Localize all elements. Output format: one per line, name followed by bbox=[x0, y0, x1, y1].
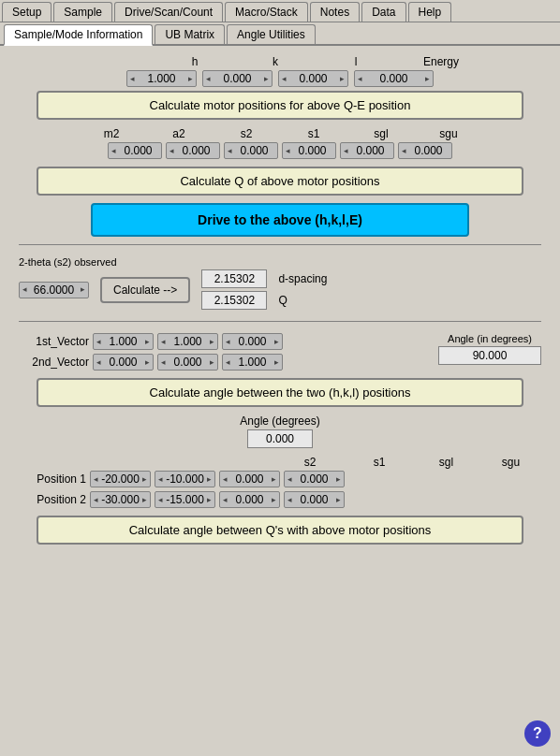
v1h-input[interactable] bbox=[102, 335, 144, 348]
m2-down-arrow[interactable]: ◂ bbox=[111, 147, 117, 155]
v2l-input[interactable] bbox=[231, 356, 273, 369]
p2sgu-spinfield[interactable]: ◂ ▸ bbox=[284, 491, 345, 508]
a2-spinfield[interactable]: ◂ bbox=[166, 142, 220, 159]
p1s1-spinfield[interactable]: ◂ ▸ bbox=[155, 471, 215, 487]
menu-macro-stack[interactable]: Macro/Stack bbox=[225, 2, 308, 22]
l-down-arrow[interactable]: ◂ bbox=[281, 75, 287, 83]
calc-angle-button[interactable]: Calculate angle between the two (h,k,l) … bbox=[37, 378, 523, 407]
p1sgu-input[interactable] bbox=[293, 472, 335, 486]
p1sgl-input[interactable] bbox=[228, 472, 271, 486]
calculate-arrow-button[interactable]: Calculate --> bbox=[100, 277, 190, 303]
p1s2-up-arrow[interactable]: ▸ bbox=[141, 475, 148, 484]
p1s2-down-arrow[interactable]: ◂ bbox=[93, 475, 99, 484]
p2sgu-input[interactable] bbox=[293, 493, 335, 506]
h-up-arrow[interactable]: ▸ bbox=[187, 75, 194, 83]
menu-help[interactable]: Help bbox=[408, 2, 452, 22]
p1sgl-spinfield[interactable]: ◂ ▸ bbox=[219, 471, 280, 487]
two-theta-input[interactable] bbox=[28, 284, 80, 297]
p2sgu-down-arrow[interactable]: ◂ bbox=[287, 496, 293, 504]
v2h-up-arrow[interactable]: ▸ bbox=[144, 358, 151, 367]
v2k-input[interactable] bbox=[167, 356, 209, 369]
l-up-arrow[interactable]: ▸ bbox=[339, 75, 346, 83]
p2s2-input[interactable] bbox=[99, 493, 141, 506]
l-spinfield[interactable]: ◂ ▸ bbox=[278, 70, 348, 87]
calc-angle-q-button[interactable]: Calculate angle between Q's with above m… bbox=[37, 516, 523, 545]
menu-drive-scan-count[interactable]: Drive/Scan/Count bbox=[114, 2, 223, 22]
p2s1-spinfield[interactable]: ◂ ▸ bbox=[155, 491, 215, 508]
h-input[interactable] bbox=[136, 72, 187, 85]
p1s1-input[interactable] bbox=[164, 472, 206, 486]
p2s1-down-arrow[interactable]: ◂ bbox=[157, 496, 164, 504]
v1h-spinfield[interactable]: ◂ ▸ bbox=[93, 333, 154, 350]
s1-spinfield[interactable]: ◂ bbox=[282, 142, 336, 159]
p2s1-input[interactable] bbox=[164, 493, 206, 506]
v2l-up-arrow[interactable]: ▸ bbox=[273, 358, 280, 367]
p1s2-input[interactable] bbox=[99, 472, 141, 486]
h-down-arrow[interactable]: ◂ bbox=[129, 75, 136, 83]
v2h-spinfield[interactable]: ◂ ▸ bbox=[93, 354, 154, 371]
sgl-down-arrow[interactable]: ◂ bbox=[343, 147, 349, 155]
energy-input[interactable] bbox=[363, 72, 424, 85]
p1sgu-up-arrow[interactable]: ▸ bbox=[335, 475, 342, 484]
p2s2-spinfield[interactable]: ◂ ▸ bbox=[90, 491, 151, 508]
menu-notes[interactable]: Notes bbox=[310, 2, 360, 22]
two-theta-down-arrow[interactable]: ◂ bbox=[22, 285, 28, 294]
p1sgl-down-arrow[interactable]: ◂ bbox=[222, 475, 228, 484]
drive-button[interactable]: Drive to the above (h,k,l,E) bbox=[91, 203, 470, 237]
v1k-input[interactable] bbox=[167, 335, 209, 348]
v1h-down-arrow[interactable]: ◂ bbox=[96, 338, 102, 346]
p1sgl-up-arrow[interactable]: ▸ bbox=[271, 475, 277, 484]
energy-down-arrow[interactable]: ◂ bbox=[357, 75, 363, 83]
calc-q-button[interactable]: Calculate Q of above motor positions bbox=[37, 167, 523, 196]
v2k-spinfield[interactable]: ◂ ▸ bbox=[157, 354, 218, 371]
menu-sample[interactable]: Sample bbox=[53, 2, 112, 22]
s1-down-arrow[interactable]: ◂ bbox=[285, 147, 291, 155]
v1l-down-arrow[interactable]: ◂ bbox=[225, 338, 231, 346]
p2sgl-spinfield[interactable]: ◂ ▸ bbox=[219, 491, 280, 508]
two-theta-spinfield[interactable]: ◂ ▸ bbox=[19, 282, 89, 298]
sgu-input[interactable] bbox=[407, 144, 449, 157]
v2l-down-arrow[interactable]: ◂ bbox=[225, 358, 231, 367]
v2h-down-arrow[interactable]: ◂ bbox=[96, 358, 102, 367]
v2k-down-arrow[interactable]: ◂ bbox=[160, 358, 167, 367]
p2sgl-input[interactable] bbox=[228, 493, 271, 506]
v1k-spinfield[interactable]: ◂ ▸ bbox=[157, 333, 218, 350]
v1k-up-arrow[interactable]: ▸ bbox=[209, 338, 215, 346]
p2s2-down-arrow[interactable]: ◂ bbox=[93, 496, 99, 504]
menu-setup[interactable]: Setup bbox=[2, 2, 52, 22]
p1s1-down-arrow[interactable]: ◂ bbox=[157, 475, 164, 484]
sgu-down-arrow[interactable]: ◂ bbox=[401, 147, 407, 155]
m2-input[interactable] bbox=[117, 144, 159, 157]
s2-spinfield[interactable]: ◂ bbox=[224, 142, 278, 159]
energy-up-arrow[interactable]: ▸ bbox=[424, 75, 431, 83]
p2sgl-up-arrow[interactable]: ▸ bbox=[271, 496, 277, 504]
h-spinfield[interactable]: ◂ ▸ bbox=[126, 70, 197, 87]
p1sgu-spinfield[interactable]: ◂ ▸ bbox=[284, 471, 345, 487]
tab-sample-mode[interactable]: Sample/Mode Information bbox=[4, 24, 153, 46]
v1k-down-arrow[interactable]: ◂ bbox=[160, 338, 167, 346]
sgl-spinfield[interactable]: ◂ bbox=[340, 142, 394, 159]
v2k-up-arrow[interactable]: ▸ bbox=[209, 358, 215, 367]
v1h-up-arrow[interactable]: ▸ bbox=[144, 338, 151, 346]
energy-spinfield[interactable]: ◂ ▸ bbox=[354, 70, 434, 87]
tab-angle-utilities[interactable]: Angle Utilities bbox=[227, 24, 316, 44]
two-theta-up-arrow[interactable]: ▸ bbox=[80, 285, 86, 294]
k-spinfield[interactable]: ◂ ▸ bbox=[202, 70, 273, 87]
l-input[interactable] bbox=[287, 72, 339, 85]
p2s2-up-arrow[interactable]: ▸ bbox=[141, 496, 148, 504]
v2l-spinfield[interactable]: ◂ ▸ bbox=[222, 354, 283, 371]
s1-input[interactable] bbox=[291, 144, 333, 157]
v2h-input[interactable] bbox=[102, 356, 144, 369]
p1s1-up-arrow[interactable]: ▸ bbox=[206, 475, 213, 484]
v1l-up-arrow[interactable]: ▸ bbox=[273, 338, 280, 346]
p2s1-up-arrow[interactable]: ▸ bbox=[206, 496, 213, 504]
sgl-input[interactable] bbox=[349, 144, 391, 157]
v1l-spinfield[interactable]: ◂ ▸ bbox=[222, 333, 283, 350]
a2-down-arrow[interactable]: ◂ bbox=[169, 147, 175, 155]
p2sgl-down-arrow[interactable]: ◂ bbox=[222, 496, 228, 504]
s2-input[interactable] bbox=[233, 144, 275, 157]
k-up-arrow[interactable]: ▸ bbox=[263, 75, 270, 83]
sgu-spinfield[interactable]: ◂ bbox=[398, 142, 452, 159]
help-button[interactable]: ? bbox=[524, 720, 551, 747]
menu-data[interactable]: Data bbox=[361, 2, 405, 22]
